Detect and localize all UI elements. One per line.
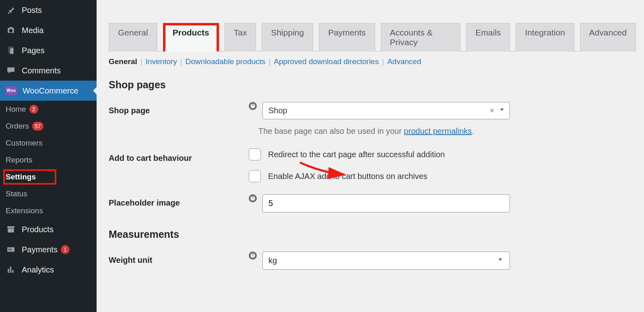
tab-shipping[interactable]: Shipping (262, 23, 313, 52)
sidebar-subitem-orders[interactable]: Orders 57 (0, 118, 97, 135)
sidebar-item-label: Comments (22, 66, 61, 75)
admin-sidebar: Posts Media Pages Comments Woo WooCommer… (0, 0, 97, 312)
row-placeholder-image: Placeholder image (109, 194, 636, 212)
sidebar-subitem-status[interactable]: Status (0, 185, 97, 202)
tab-accounts-privacy[interactable]: Accounts & Privacy (381, 23, 461, 52)
chevron-down-icon (497, 256, 504, 265)
sidebar-item-woocommerce[interactable]: Woo WooCommerce (0, 81, 97, 101)
archive-icon (6, 224, 16, 235)
sidebar-item-label: Media (22, 26, 43, 35)
tab-products[interactable]: Products (163, 23, 219, 52)
camera-icon (6, 25, 16, 35)
sidebar-item-label: Products (22, 225, 54, 234)
pages-icon (6, 45, 16, 56)
label-add-to-cart: Add to cart behaviour (109, 150, 249, 163)
product-permalinks-link[interactable]: product permalinks (404, 127, 472, 135)
count-badge: 2 (29, 105, 38, 114)
tab-payments[interactable]: Payments (319, 23, 375, 52)
sidebar-item-label: Analytics (22, 265, 54, 275)
subtab-general[interactable]: General (109, 57, 137, 66)
checkbox-label: Enable AJAX add to cart buttons on archi… (268, 172, 427, 181)
tab-advanced[interactable]: Advanced (580, 23, 636, 52)
sidebar-item-label: WooCommerce (23, 86, 78, 96)
weight-unit-value: kg (268, 256, 277, 265)
sidebar-subitem-label: Orders (6, 122, 29, 131)
subtab-advanced[interactable]: Advanced (387, 57, 421, 66)
tab-emails[interactable]: Emails (466, 23, 510, 52)
clear-icon[interactable]: × (489, 106, 494, 115)
section-measurements: Measurements (109, 229, 636, 240)
woocommerce-icon: Woo (6, 86, 17, 95)
tab-tax[interactable]: Tax (225, 23, 256, 52)
sidebar-subitem-label: Settings (6, 173, 36, 181)
sidebar-item-label: Pages (22, 46, 45, 55)
checkbox-ajax-archives: Enable AJAX add to cart buttons on archi… (249, 170, 636, 182)
shop-page-select[interactable]: Shop × (262, 102, 510, 119)
sidebar-subitem-settings[interactable]: Settings (0, 168, 97, 185)
help-icon[interactable] (249, 194, 257, 202)
placeholder-image-input[interactable] (262, 194, 510, 212)
shop-page-hint: The base page can also be used in your p… (258, 127, 636, 136)
sidebar-subitem-label: Reports (6, 156, 33, 164)
sidebar-item-products[interactable]: Products (0, 219, 97, 239)
product-subtabs: General | Inventory | Downloadable produ… (109, 52, 636, 70)
sidebar-item-label: Payments (22, 245, 58, 254)
label-weight-unit: Weight unit (109, 252, 249, 265)
sidebar-item-pages[interactable]: Pages (0, 40, 97, 60)
subtab-downloadable[interactable]: Downloadable products (186, 57, 266, 66)
label-shop-page: Shop page (109, 102, 249, 115)
weight-unit-select[interactable]: kg (262, 252, 510, 270)
sidebar-item-payments[interactable]: Payments 1 (0, 239, 97, 260)
sidebar-item-comments[interactable]: Comments (0, 60, 97, 81)
count-badge: 57 (32, 122, 43, 131)
shop-page-value: Shop (268, 106, 287, 115)
money-icon (6, 244, 16, 255)
sidebar-subitem-reports[interactable]: Reports (0, 152, 97, 168)
sidebar-subitem-label: Customers (6, 139, 43, 148)
count-badge: 1 (61, 245, 70, 254)
chevron-down-icon[interactable] (498, 106, 506, 115)
sidebar-item-analytics[interactable]: Analytics (0, 260, 97, 280)
help-icon[interactable] (249, 102, 257, 110)
help-icon[interactable] (249, 252, 257, 260)
checkbox-input[interactable] (249, 170, 261, 182)
row-shop-page: Shop page Shop × (109, 102, 636, 119)
chat-icon (6, 65, 16, 76)
tab-general[interactable]: General (109, 23, 157, 52)
subtab-inventory[interactable]: Inventory (146, 57, 177, 66)
subtab-approved-dirs[interactable]: Approved download directories (274, 57, 379, 66)
checkbox-input[interactable] (249, 148, 261, 160)
sidebar-subitem-label: Extensions (6, 206, 43, 215)
tab-integration[interactable]: Integration (516, 23, 574, 52)
sidebar-item-label: Posts (22, 6, 42, 15)
sidebar-subitem-label: Status (6, 189, 27, 198)
sidebar-subitem-label: Home (6, 105, 26, 114)
label-placeholder-image: Placeholder image (109, 194, 249, 208)
settings-tabs: General Products Tax Shipping Payments A… (109, 23, 636, 70)
bar-chart-icon (6, 264, 16, 275)
checkbox-redirect-cart: Redirect to the cart page after successf… (249, 148, 636, 160)
sidebar-item-posts[interactable]: Posts (0, 0, 97, 20)
section-shop-pages: Shop pages (109, 79, 636, 91)
pin-icon (6, 5, 16, 15)
checkbox-label: Redirect to the cart page after successf… (268, 150, 445, 159)
sidebar-subitem-extensions[interactable]: Extensions (0, 202, 97, 219)
main-content: General Products Tax Shipping Payments A… (97, 0, 644, 312)
sidebar-subitem-customers[interactable]: Customers (0, 135, 97, 152)
sidebar-item-media[interactable]: Media (0, 20, 97, 40)
sidebar-subitem-home[interactable]: Home 2 (0, 101, 97, 118)
row-weight-unit: Weight unit kg (109, 252, 636, 270)
woocommerce-submenu: Home 2 Orders 57 Customers Reports Setti… (0, 101, 97, 219)
